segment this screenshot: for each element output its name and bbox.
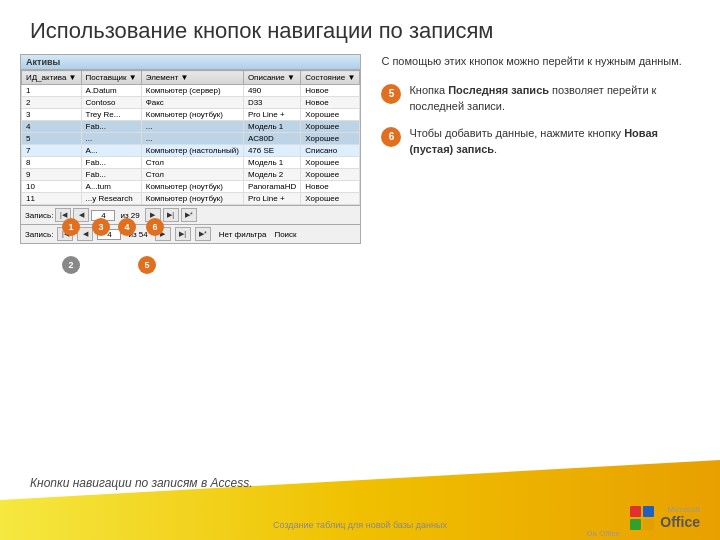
tip-5-text: Кнопка Последняя запись позволяет перейт… <box>409 83 700 114</box>
col-header-element: Элемент ▼ <box>141 71 243 85</box>
tip-6-text: Чтобы добавить данные, нажмите кнопку Но… <box>409 126 700 157</box>
table-cell: Компьютер (ноутбук) <box>141 193 243 205</box>
table-cell: Pro Line + <box>243 109 300 121</box>
table-cell: A... <box>81 145 141 157</box>
table-cell: Fab... <box>81 169 141 181</box>
table-row: 1A.DatumКомпьютер (сервер)490Новое <box>22 85 360 97</box>
table-row: 10A...tumКомпьютер (ноутбук)PanoramaHDНо… <box>22 181 360 193</box>
da-office-label: Da Office <box>587 529 620 538</box>
nav-new-btn2[interactable]: ▶* <box>195 227 211 241</box>
table-cell: Компьютер (сервер) <box>141 85 243 97</box>
callout-1: 1 <box>62 218 80 236</box>
table-row: 3Trey Re...Компьютер (ноутбук)Pro Line +… <box>22 109 360 121</box>
table-row: 2ContosoФаксD33Новое <box>22 97 360 109</box>
callout-6-top: 6 <box>146 218 164 236</box>
table-cell: Новое <box>301 85 360 97</box>
table-row: 7A...Компьютер (настольный)476 SEСписано <box>22 145 360 157</box>
table-cell: Компьютер (ноутбук) <box>141 181 243 193</box>
table-row: 8Fab...СтолМодель 1Хорошее <box>22 157 360 169</box>
window-title: Активы <box>26 57 60 67</box>
table-cell: Модель 1 <box>243 157 300 169</box>
access-window: Активы ИД_актива ▼ Поставщик ▼ Элемент ▼… <box>20 54 361 244</box>
table-cell: 11 <box>22 193 82 205</box>
office-sq-green <box>630 519 641 530</box>
col-header-desc: Описание ▼ <box>243 71 300 85</box>
bottom-area: Кнопки навигации по записям в Access. Со… <box>0 460 720 540</box>
office-label: Office <box>660 514 700 530</box>
callout-3: 3 <box>92 218 110 236</box>
table-cell: ... <box>141 133 243 145</box>
table-cell: Хорошее <box>301 133 360 145</box>
right-panel: С помощью этих кнопок можно перейти к ну… <box>381 54 700 244</box>
table-cell: 490 <box>243 85 300 97</box>
table-cell: Стол <box>141 157 243 169</box>
table-row: 11...y ResearchКомпьютер (ноутбук)Pro Li… <box>22 193 360 205</box>
table-cell: Fab... <box>81 121 141 133</box>
table-cell: 1 <box>22 85 82 97</box>
table-row: 9Fab...СтолМодель 2Хорошее <box>22 169 360 181</box>
table-cell: Компьютер (ноутбук) <box>141 109 243 121</box>
search-label: Поиск <box>274 230 296 239</box>
callout-4: 4 <box>118 218 136 236</box>
table-cell: Хорошее <box>301 193 360 205</box>
col-header-id: ИД_актива ▼ <box>22 71 82 85</box>
col-header-supplier: Поставщик ▼ <box>81 71 141 85</box>
nav-prev-btn2[interactable]: ◀ <box>77 227 93 241</box>
table-cell: Факс <box>141 97 243 109</box>
table-cell: PanoramaHD <box>243 181 300 193</box>
table-cell: 476 SE <box>243 145 300 157</box>
office-logo: Microsoft Office <box>630 505 700 530</box>
table-cell: 5 <box>22 133 82 145</box>
table-cell: Хорошее <box>301 109 360 121</box>
tip-6: 6 Чтобы добавить данные, нажмите кнопку … <box>381 126 700 157</box>
table-cell: Хорошее <box>301 169 360 181</box>
table-cell: 10 <box>22 181 82 193</box>
nav-label: Запись: <box>25 211 53 220</box>
table-cell: ... <box>81 133 141 145</box>
table-cell: ...y Research <box>81 193 141 205</box>
bottom-subtitle: Создание таблиц для новой базы данных <box>273 520 447 530</box>
table-cell: Стол <box>141 169 243 181</box>
office-sq-red <box>630 506 641 517</box>
intro-text: С помощью этих кнопок можно перейти к ну… <box>381 54 700 69</box>
table-header-row: ИД_актива ▼ Поставщик ▼ Элемент ▼ Описан… <box>22 71 360 85</box>
nav-label2: Запись: <box>25 230 53 239</box>
table-cell: ... <box>141 121 243 133</box>
access-screenshot: Активы ИД_актива ▼ Поставщик ▼ Элемент ▼… <box>20 54 361 244</box>
office-sq-blue <box>643 506 654 517</box>
table-cell: Trey Re... <box>81 109 141 121</box>
access-titlebar: Активы <box>21 55 360 70</box>
table-cell: 9 <box>22 169 82 181</box>
col-header-state: Состояние ▼ <box>301 71 360 85</box>
filter-label: Нет фильтра <box>219 230 267 239</box>
nav-last-btn2[interactable]: ▶| <box>175 227 191 241</box>
table-cell: Списано <box>301 145 360 157</box>
table-cell: Модель 2 <box>243 169 300 181</box>
office-sq-yellow <box>643 519 654 530</box>
nav-new-btn[interactable]: ▶* <box>181 208 197 222</box>
table-cell: Модель 1 <box>243 121 300 133</box>
table-cell: 7 <box>22 145 82 157</box>
table-cell: 4 <box>22 121 82 133</box>
callout-2: 2 <box>62 256 80 274</box>
page-title: Использование кнопок навигации по запися… <box>0 0 720 54</box>
tip-5: 5 Кнопка Последняя запись позволяет пере… <box>381 83 700 114</box>
table-row: 4Fab......Модель 1Хорошее <box>22 121 360 133</box>
table-cell: Компьютер (настольный) <box>141 145 243 157</box>
table-cell: Хорошее <box>301 157 360 169</box>
nav-last-btn[interactable]: ▶| <box>163 208 179 222</box>
tip-6-circle: 6 <box>381 127 401 147</box>
table-cell: Хорошее <box>301 121 360 133</box>
table-row: 5......AC80DХорошее <box>22 133 360 145</box>
callout-5: 5 <box>138 256 156 274</box>
main-content: Активы ИД_актива ▼ Поставщик ▼ Элемент ▼… <box>0 54 720 244</box>
table-cell: Fab... <box>81 157 141 169</box>
table-cell: 3 <box>22 109 82 121</box>
table-cell: 8 <box>22 157 82 169</box>
table-cell: Новое <box>301 97 360 109</box>
tip-5-circle: 5 <box>381 84 401 104</box>
table-cell: A.Datum <box>81 85 141 97</box>
office-squares-icon <box>630 506 654 530</box>
table-cell: Новое <box>301 181 360 193</box>
table-cell: 2 <box>22 97 82 109</box>
